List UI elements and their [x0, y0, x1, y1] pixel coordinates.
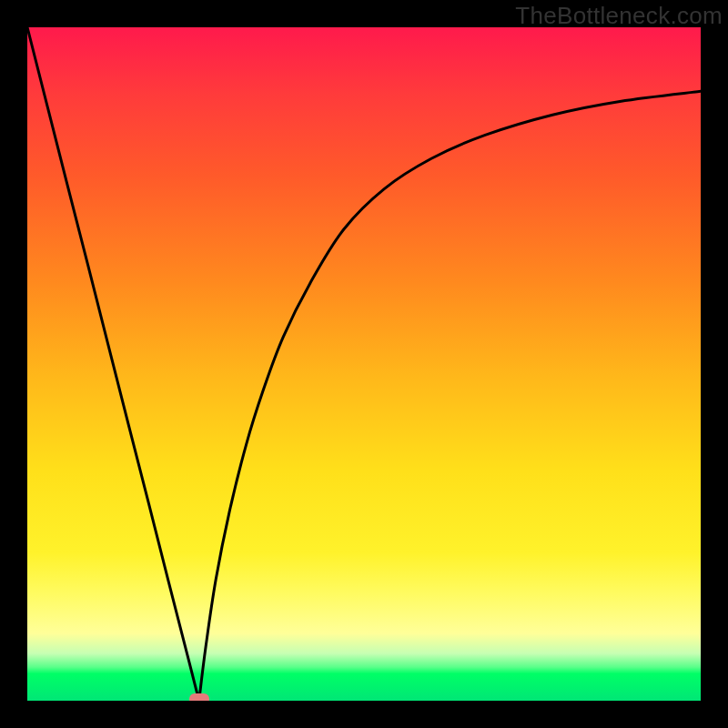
plot-area [27, 27, 701, 701]
bottleneck-curve [27, 27, 701, 701]
chart-frame: TheBottleneck.com [0, 0, 728, 728]
curve-path [27, 27, 701, 701]
optimal-point-marker [189, 693, 209, 701]
watermark-text: TheBottleneck.com [515, 2, 723, 30]
